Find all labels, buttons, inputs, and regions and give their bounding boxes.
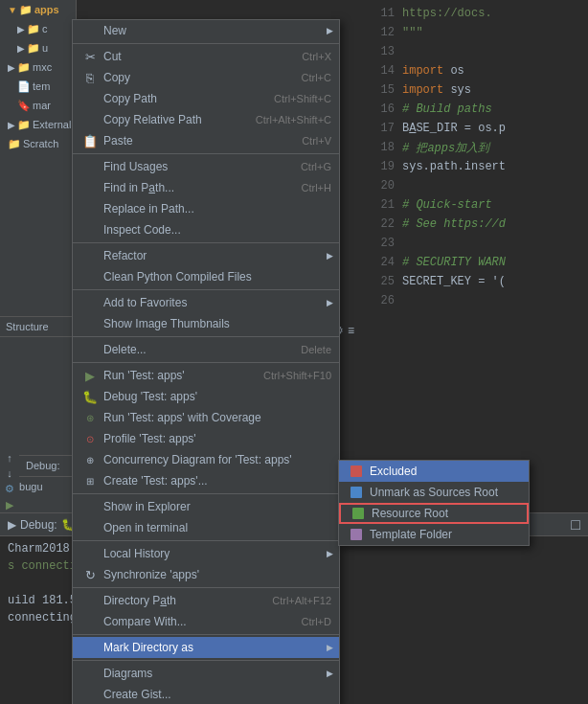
menu-item-new[interactable]: New bbox=[73, 20, 339, 41]
code-line-12: 12 """ bbox=[373, 23, 588, 42]
thumbnails-icon bbox=[80, 316, 100, 331]
menu-item-create-tests[interactable]: ⊞ Create 'Test: apps'... bbox=[73, 470, 339, 491]
settings-icon[interactable]: ⚙ bbox=[2, 483, 17, 495]
menu-item-inspect-code[interactable]: Inspect Code... bbox=[73, 219, 339, 240]
menu-item-create-gist[interactable]: Create Gist... bbox=[73, 684, 339, 704]
sidebar-item-external[interactable]: ▶ 📁 External bbox=[0, 115, 76, 134]
menu-shortcut: Ctrl+Shift+C bbox=[274, 93, 331, 104]
sidebar-item-label: mxc bbox=[33, 61, 52, 73]
replace-icon bbox=[80, 201, 100, 216]
menu-item-show-explorer[interactable]: Show in Explorer bbox=[73, 496, 339, 517]
expand-icon[interactable]: ≡ bbox=[348, 324, 354, 337]
menu-item-label: Add to Favorites bbox=[103, 296, 331, 309]
menu-item-label: Synchronize 'apps' bbox=[103, 568, 331, 581]
path-icon bbox=[80, 593, 100, 608]
submenu-item-label: Unmark as Sources Root bbox=[370, 486, 498, 499]
file-icon-mar: 🔖 bbox=[17, 100, 31, 112]
code-line-21: 21 # Quick-start bbox=[373, 195, 588, 215]
menu-item-refactor[interactable]: Refactor bbox=[73, 245, 339, 266]
menu-item-label: Show Image Thumbnails bbox=[103, 317, 331, 330]
menu-item-diagrams[interactable]: Diagrams bbox=[73, 663, 339, 684]
menu-item-label: Paste bbox=[103, 134, 283, 148]
menu-item-paste[interactable]: 📋 Paste Ctrl+V bbox=[73, 130, 339, 151]
menu-item-label: Create Gist... bbox=[103, 688, 331, 701]
sidebar-item-u[interactable]: ▶ 📁 u bbox=[0, 38, 76, 57]
submenu-item-template-folder[interactable]: Template Folder bbox=[339, 524, 529, 545]
separator bbox=[73, 660, 339, 661]
submenu-item-unmark-sources[interactable]: Unmark as Sources Root bbox=[339, 482, 529, 503]
menu-item-run-coverage[interactable]: ⊛ Run 'Test: apps' with Coverage bbox=[73, 407, 339, 428]
template-folder-icon bbox=[347, 527, 366, 542]
menu-item-run-tests[interactable]: ▶ Run 'Test: apps' Ctrl+Shift+F10 bbox=[73, 365, 339, 386]
compare-icon bbox=[80, 614, 100, 629]
menu-item-mark-directory[interactable]: Mark Directory as bbox=[73, 637, 339, 658]
menu-item-directory-path[interactable]: Directory Path Ctrl+Alt+F12 bbox=[73, 590, 339, 611]
submenu-item-excluded[interactable]: Excluded bbox=[339, 461, 529, 482]
sidebar-item-apps[interactable]: ▼ 📁 apps bbox=[0, 0, 76, 19]
menu-item-copy[interactable]: ⎘ Copy Ctrl+C bbox=[73, 67, 339, 88]
menu-item-replace-in-path[interactable]: Replace in Path... bbox=[73, 198, 339, 219]
terminal-tab-label: Debug: bbox=[20, 518, 57, 532]
concurrency-icon: ⊕ bbox=[80, 452, 100, 467]
menu-item-label: Profile 'Test: apps' bbox=[103, 432, 331, 445]
menu-shortcut: Delete bbox=[301, 344, 331, 355]
menu-item-label: Concurrency Diagram for 'Test: apps' bbox=[103, 453, 331, 466]
menu-item-label: Create 'Test: apps'... bbox=[103, 474, 331, 488]
menu-item-open-terminal[interactable]: Open in terminal bbox=[73, 517, 339, 538]
cut-icon: ✂ bbox=[80, 49, 100, 64]
menu-item-clean-python[interactable]: Clean Python Compiled Files bbox=[73, 266, 339, 287]
submenu-item-resource-root[interactable]: Resource Root bbox=[339, 503, 529, 524]
menu-item-copy-path[interactable]: Copy Path Ctrl+Shift+C bbox=[73, 88, 339, 109]
menu-item-delete[interactable]: Delete... Delete bbox=[73, 339, 339, 360]
menu-item-copy-relative[interactable]: Copy Relative Path Ctrl+Alt+Shift+C bbox=[73, 109, 339, 130]
sidebar-item-scratch[interactable]: 📁 Scratch bbox=[0, 134, 76, 153]
menu-item-show-thumbnails[interactable]: Show Image Thumbnails bbox=[73, 313, 339, 334]
arrow-up-icon[interactable]: ↑ bbox=[2, 452, 17, 464]
code-line-25: 25 SECRET_KEY = '( bbox=[373, 272, 588, 291]
sidebar-item-mxc[interactable]: ▶ 📁 mxc bbox=[0, 57, 76, 77]
menu-item-compare-with[interactable]: Compare With... Ctrl+D bbox=[73, 611, 339, 632]
menu-item-label: Clean Python Compiled Files bbox=[103, 270, 331, 284]
menu-item-synchronize[interactable]: ↻ Synchronize 'apps' bbox=[73, 564, 339, 585]
terminal-tab-icon: ▶ bbox=[8, 518, 16, 532]
sidebar-item-mar[interactable]: 🔖 mar bbox=[0, 96, 76, 115]
folder-icon-external: 📁 bbox=[17, 119, 31, 131]
separator bbox=[73, 540, 339, 541]
arrow-down-icon[interactable]: ↓ bbox=[2, 467, 17, 479]
terminal-expand-icon[interactable]: □ bbox=[571, 516, 580, 534]
code-line-23: 23 bbox=[373, 234, 588, 253]
sidebar-item-tem[interactable]: 📄 tem bbox=[0, 77, 76, 96]
mark-directory-submenu: Excluded Unmark as Sources Root Resource… bbox=[338, 460, 530, 546]
paste-icon: 📋 bbox=[80, 133, 100, 148]
menu-item-add-favorites[interactable]: Add to Favorites bbox=[73, 292, 339, 313]
separator bbox=[73, 587, 339, 588]
menu-item-find-in-path[interactable]: Find in Path... Ctrl+H bbox=[73, 177, 339, 198]
menu-shortcut: Ctrl+H bbox=[302, 182, 331, 193]
menu-item-find-usages[interactable]: Find Usages Ctrl+G bbox=[73, 156, 339, 177]
copy-icon: ⎘ bbox=[80, 70, 100, 85]
structure-label: Structure bbox=[0, 317, 77, 337]
sidebar-item-c[interactable]: ▶ 📁 c bbox=[0, 19, 76, 38]
chevron-right-icon: ▶ bbox=[17, 43, 25, 54]
menu-item-label: Copy Relative Path bbox=[103, 113, 237, 126]
sidebar-item-label: c bbox=[42, 23, 48, 34]
menu-item-debug-tests[interactable]: 🐛 Debug 'Test: apps' bbox=[73, 386, 339, 407]
code-line-15: 15 import sys bbox=[373, 80, 588, 100]
sidebar-item-label: Scratch bbox=[23, 138, 58, 149]
chevron-down-icon: ▼ bbox=[8, 5, 17, 15]
clean-icon bbox=[80, 269, 100, 284]
separator bbox=[73, 153, 339, 154]
menu-item-local-history[interactable]: Local History bbox=[73, 543, 339, 564]
menu-item-profile[interactable]: ⊙ Profile 'Test: apps' bbox=[73, 428, 339, 449]
debug-tests-icon: 🐛 bbox=[80, 389, 100, 404]
chevron-right-icon: ▶ bbox=[8, 62, 15, 73]
menu-item-cut[interactable]: ✂ Cut Ctrl+X bbox=[73, 46, 339, 67]
menu-item-label: Local History bbox=[103, 547, 331, 560]
menu-item-concurrency[interactable]: ⊕ Concurrency Diagram for 'Test: apps' bbox=[73, 449, 339, 470]
excluded-icon bbox=[347, 464, 366, 479]
structure-panel: Structure bbox=[0, 316, 77, 448]
menu-item-label: Replace in Path... bbox=[103, 202, 331, 216]
code-line-11: 11 https://docs. bbox=[373, 4, 588, 23]
resource-root-icon bbox=[349, 506, 368, 521]
run-icon[interactable]: ▶ bbox=[2, 499, 17, 511]
